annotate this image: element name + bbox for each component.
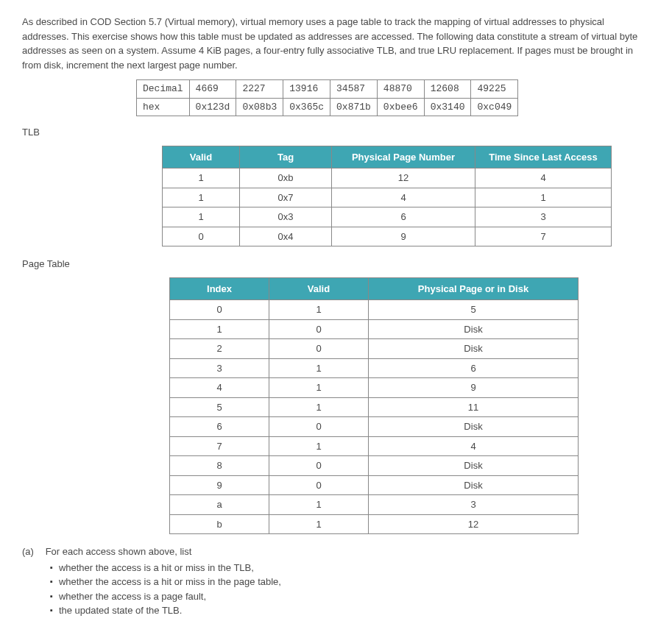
tlb-row: 1 0xb 12 4 xyxy=(163,168,612,188)
pt-pp: 6 xyxy=(369,358,579,378)
tlb-tag: 0x4 xyxy=(240,227,332,246)
tlb-valid: 1 xyxy=(163,188,240,207)
pt-pp: 5 xyxy=(369,300,579,320)
pt-index: 3 xyxy=(170,358,269,378)
pt-pp: Disk xyxy=(369,339,579,359)
question-a-item: whether the access is a hit or miss in t… xyxy=(50,561,650,575)
addr-hex-5: 0x3140 xyxy=(424,98,471,116)
tlb-tsla: 3 xyxy=(475,207,612,227)
address-stream-table: Decimal 4669 2227 13916 34587 48870 1260… xyxy=(136,79,518,116)
question-a-lead: For each access shown above, list xyxy=(46,546,192,557)
pt-pp: Disk xyxy=(369,417,579,437)
pt-row: 80Disk xyxy=(170,456,579,476)
pt-valid: 1 xyxy=(269,495,369,515)
tlb-ppn: 9 xyxy=(332,227,475,246)
addr-dec-6: 49225 xyxy=(471,80,518,99)
pt-pp: Disk xyxy=(369,475,579,495)
pt-row: 5111 xyxy=(170,397,579,417)
pt-index: 7 xyxy=(170,436,269,456)
pt-row: 316 xyxy=(170,358,579,378)
pt-index: b xyxy=(170,514,269,534)
question-a-item: whether the access is a hit or miss in t… xyxy=(50,575,650,589)
tlb-tag: 0xb xyxy=(240,168,332,188)
pt-row: 419 xyxy=(170,378,579,398)
addr-hex-1: 0x08b3 xyxy=(236,98,283,116)
pt-pp: 12 xyxy=(369,514,579,534)
tlb-ppn: 12 xyxy=(332,168,475,188)
pt-index: 0 xyxy=(170,300,269,320)
pt-valid: 0 xyxy=(269,417,369,437)
addr-dec-2: 13916 xyxy=(283,80,330,99)
pt-row: 20Disk xyxy=(170,339,579,359)
tlb-tag: 0x7 xyxy=(240,188,332,207)
pt-index: 6 xyxy=(170,417,269,437)
pt-pp: 11 xyxy=(369,397,579,417)
question-a-item: whether the access is a page fault, xyxy=(50,589,650,604)
tlb-tsla: 4 xyxy=(475,168,612,188)
pt-row: 714 xyxy=(170,436,579,456)
tlb-tsla: 1 xyxy=(475,188,612,207)
pt-th-index: Index xyxy=(170,277,269,300)
pt-index: a xyxy=(170,495,269,515)
pt-valid: 1 xyxy=(269,514,369,534)
pt-index: 2 xyxy=(170,339,269,359)
tlb-row: 1 0x7 4 1 xyxy=(163,188,612,207)
addr-hex-2: 0x365c xyxy=(283,98,330,116)
pt-valid: 1 xyxy=(269,397,369,417)
tlb-section-label: TLB xyxy=(22,125,650,140)
pt-valid: 1 xyxy=(269,358,369,378)
pt-index: 8 xyxy=(170,456,269,476)
pt-index: 4 xyxy=(170,378,269,398)
pt-valid: 0 xyxy=(269,456,369,476)
addr-hex-6: 0xc049 xyxy=(471,98,518,116)
addr-row-label-hex: hex xyxy=(137,98,190,116)
addr-hex-0: 0x123d xyxy=(189,98,236,116)
pt-row: 015 xyxy=(170,300,579,320)
pt-index: 9 xyxy=(170,475,269,495)
pt-valid: 0 xyxy=(269,475,369,495)
pt-th-pp: Physical Page or in Disk xyxy=(369,277,579,300)
pt-pp: 9 xyxy=(369,378,579,398)
pt-pp: 4 xyxy=(369,436,579,456)
addr-dec-5: 12608 xyxy=(424,80,471,99)
addr-hex-3: 0x871b xyxy=(330,98,378,116)
tlb-th-tag: Tag xyxy=(240,146,332,168)
question-a-label: (a) xyxy=(22,544,43,559)
addr-dec-4: 48870 xyxy=(377,80,424,99)
addr-row-label-decimal: Decimal xyxy=(137,80,190,99)
pt-row: 60Disk xyxy=(170,417,579,437)
pt-index: 1 xyxy=(170,319,269,339)
tlb-ppn: 4 xyxy=(332,188,475,207)
pt-pp: Disk xyxy=(369,456,579,476)
tlb-table: Valid Tag Physical Page Number Time Sinc… xyxy=(162,146,612,247)
pt-row: a13 xyxy=(170,495,579,515)
pt-valid: 1 xyxy=(269,436,369,456)
pt-th-valid: Valid xyxy=(269,277,369,300)
pt-row: 90Disk xyxy=(170,475,579,495)
intro-paragraph: As described in COD Section 5.7 (Virtual… xyxy=(22,15,650,72)
tlb-valid: 1 xyxy=(163,168,240,188)
pt-pp: 3 xyxy=(369,495,579,515)
pt-valid: 1 xyxy=(269,300,369,320)
addr-dec-0: 4669 xyxy=(189,80,236,99)
question-a: (a) For each access shown above, list wh… xyxy=(22,544,650,618)
tlb-tag: 0x3 xyxy=(240,207,332,227)
addr-hex-4: 0xbee6 xyxy=(377,98,424,116)
tlb-row: 1 0x3 6 3 xyxy=(163,207,612,227)
pagetable-section-label: Page Table xyxy=(22,257,650,272)
tlb-valid: 1 xyxy=(163,207,240,227)
pt-row: b112 xyxy=(170,514,579,534)
pt-pp: Disk xyxy=(369,319,579,339)
pt-row: 10Disk xyxy=(170,319,579,339)
tlb-th-tsla: Time Since Last Access xyxy=(475,146,612,168)
pt-valid: 1 xyxy=(269,378,369,398)
tlb-tsla: 7 xyxy=(475,227,612,246)
pt-valid: 0 xyxy=(269,339,369,359)
pt-index: 5 xyxy=(170,397,269,417)
page-table: Index Valid Physical Page or in Disk 015… xyxy=(169,277,579,535)
addr-dec-3: 34587 xyxy=(330,80,378,99)
pt-valid: 0 xyxy=(269,319,369,339)
tlb-valid: 0 xyxy=(163,227,240,246)
tlb-row: 0 0x4 9 7 xyxy=(163,227,612,246)
tlb-ppn: 6 xyxy=(332,207,475,227)
